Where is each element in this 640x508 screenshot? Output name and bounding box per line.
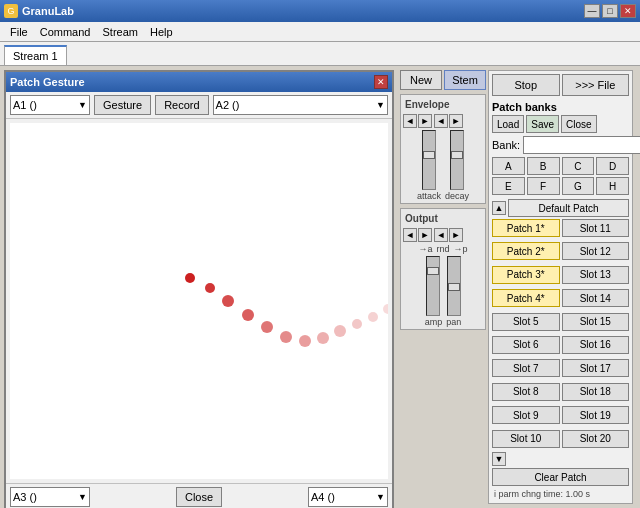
env-left-arrow2[interactable]: ◄ xyxy=(434,114,448,128)
record-button[interactable]: Record xyxy=(155,95,208,115)
amp-slider[interactable] xyxy=(426,256,440,316)
env-left-arrow[interactable]: ◄ xyxy=(403,114,417,128)
slot-20[interactable]: Slot 20 xyxy=(562,430,630,448)
envelope-label: Envelope xyxy=(403,97,483,112)
svg-point-10 xyxy=(368,312,378,322)
slot-9[interactable]: Slot 9 xyxy=(492,406,560,424)
slot-18[interactable]: Slot 18 xyxy=(562,383,630,401)
middle-panel: New Stem Envelope ◄ ► ◄ ► xyxy=(398,66,488,508)
attack-slider[interactable] xyxy=(422,130,436,190)
output-sliders: amp pan xyxy=(403,256,483,327)
envelope-rnd-row: ◄ ► ◄ ► xyxy=(403,114,483,128)
patch-2[interactable]: Patch 2* xyxy=(492,242,560,260)
slot-14[interactable]: Slot 14 xyxy=(562,289,630,307)
dialog-close-button[interactable]: ✕ xyxy=(374,75,388,89)
save-button[interactable]: Save xyxy=(526,115,559,133)
output-rnd: rnd xyxy=(436,244,449,254)
up-arrow-row: ▲ Default Patch xyxy=(492,199,629,217)
bank-g[interactable]: G xyxy=(562,177,595,195)
new-stem-bar: New Stem xyxy=(400,70,486,90)
window-controls: — □ ✕ xyxy=(584,4,636,18)
right-panel-header: Stop >>> File xyxy=(492,74,629,96)
combo-a4[interactable]: A4 () ▼ xyxy=(308,487,388,507)
bank-d[interactable]: D xyxy=(596,157,629,175)
menu-help[interactable]: Help xyxy=(144,25,179,39)
bank-row-efgh: E F G H xyxy=(492,177,629,195)
slot-12[interactable]: Slot 12 xyxy=(562,242,630,260)
envelope-sliders: attack decay xyxy=(403,130,483,201)
dialog-title-bar: Patch Gesture ✕ xyxy=(6,72,392,92)
slot-11[interactable]: Slot 11 xyxy=(562,219,630,237)
slot-16[interactable]: Slot 16 xyxy=(562,336,630,354)
pan-label: pan xyxy=(446,317,461,327)
menu-stream[interactable]: Stream xyxy=(96,25,143,39)
svg-point-2 xyxy=(222,295,234,307)
combo-a3[interactable]: A3 () ▼ xyxy=(10,487,90,507)
svg-point-6 xyxy=(299,335,311,347)
slot-15[interactable]: Slot 15 xyxy=(562,313,630,331)
bank-a[interactable]: A xyxy=(492,157,525,175)
output-left-arrow2[interactable]: ◄ xyxy=(434,228,448,242)
svg-point-7 xyxy=(317,332,329,344)
gesture-canvas-area[interactable] xyxy=(10,123,388,479)
slot-6[interactable]: Slot 6 xyxy=(492,336,560,354)
slot-8[interactable]: Slot 8 xyxy=(492,383,560,401)
minimize-button[interactable]: — xyxy=(584,4,600,18)
patch-grid: Patch 1* Slot 11 Patch 2* Slot 12 Patch … xyxy=(492,219,629,451)
patch-1[interactable]: Patch 1* xyxy=(492,219,560,237)
output-top-labels: →a rnd →p xyxy=(403,244,483,254)
amp-slider-container: amp xyxy=(425,256,443,327)
file-button[interactable]: >>> File xyxy=(562,74,630,96)
env-right-arrow[interactable]: ► xyxy=(418,114,432,128)
bank-f[interactable]: F xyxy=(527,177,560,195)
svg-point-9 xyxy=(352,319,362,329)
decay-slider[interactable] xyxy=(450,130,464,190)
slot-13[interactable]: Slot 13 xyxy=(562,266,630,284)
load-button[interactable]: Load xyxy=(492,115,524,133)
stop-button[interactable]: Stop xyxy=(492,74,560,96)
patch-up-arrow[interactable]: ▲ xyxy=(492,201,506,215)
menu-command[interactable]: Command xyxy=(34,25,97,39)
bank-b[interactable]: B xyxy=(527,157,560,175)
stem-button[interactable]: Stem xyxy=(444,70,486,90)
clear-patch-button[interactable]: Clear Patch xyxy=(492,468,629,486)
close-button[interactable]: Close xyxy=(176,487,222,507)
env-arrows2: ◄ ► xyxy=(434,114,463,128)
bank-h[interactable]: H xyxy=(596,177,629,195)
patch-4[interactable]: Patch 4* xyxy=(492,289,560,307)
bank-c[interactable]: C xyxy=(562,157,595,175)
new-button[interactable]: New xyxy=(400,70,442,90)
patch-3[interactable]: Patch 3* xyxy=(492,266,560,284)
title-bar: G GranuLab — □ ✕ xyxy=(0,0,640,22)
menu-bar: File Command Stream Help xyxy=(0,22,640,42)
slot-5[interactable]: Slot 5 xyxy=(492,313,560,331)
combo-a2[interactable]: A2 () ▼ xyxy=(213,95,388,115)
output-right-arrow[interactable]: ► xyxy=(418,228,432,242)
output-left-arrow[interactable]: ◄ xyxy=(403,228,417,242)
combo-a1[interactable]: A1 () ▼ xyxy=(10,95,90,115)
app-icon: G xyxy=(4,4,18,18)
env-right-arrow2[interactable]: ► xyxy=(449,114,463,128)
close-window-button[interactable]: ✕ xyxy=(620,4,636,18)
stream-tab-1[interactable]: Stream 1 xyxy=(4,45,67,65)
output-right-arrow2[interactable]: ► xyxy=(449,228,463,242)
decay-slider-container: decay xyxy=(445,130,469,201)
menu-file[interactable]: File xyxy=(4,25,34,39)
slot-17[interactable]: Slot 17 xyxy=(562,359,630,377)
app-title: GranuLab xyxy=(22,5,74,17)
bank-e[interactable]: E xyxy=(492,177,525,195)
maximize-button[interactable]: □ xyxy=(602,4,618,18)
patch-gesture-dialog: Patch Gesture ✕ A1 () ▼ Gesture Record A… xyxy=(4,70,394,508)
pan-slider[interactable] xyxy=(447,256,461,316)
slot-7[interactable]: Slot 7 xyxy=(492,359,560,377)
default-patch-button[interactable]: Default Patch xyxy=(508,199,629,217)
patch-down-arrow[interactable]: ▼ xyxy=(492,452,506,466)
bank-input-row: Bank: xyxy=(492,136,629,154)
slot-19[interactable]: Slot 19 xyxy=(562,406,630,424)
svg-point-1 xyxy=(205,283,215,293)
attack-label: attack xyxy=(417,191,441,201)
bank-input[interactable] xyxy=(523,136,640,154)
gesture-button[interactable]: Gesture xyxy=(94,95,151,115)
banks-close-button[interactable]: Close xyxy=(561,115,597,133)
slot-10[interactable]: Slot 10 xyxy=(492,430,560,448)
